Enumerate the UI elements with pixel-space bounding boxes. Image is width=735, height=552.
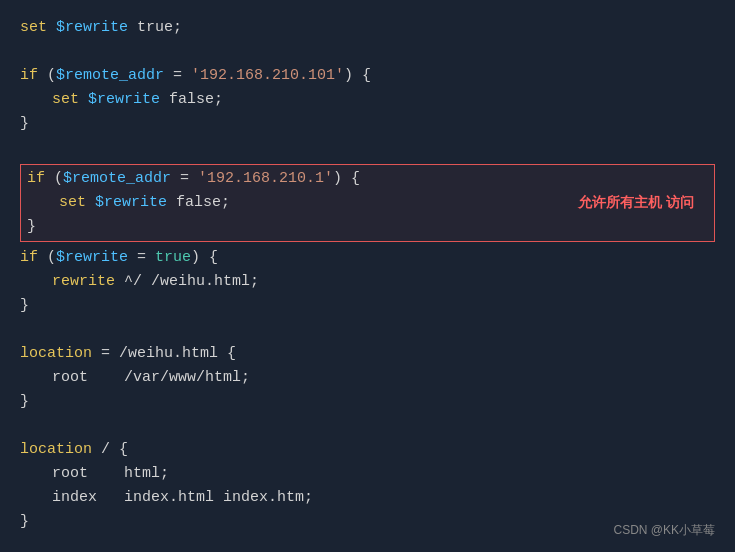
- code-text: =: [164, 64, 191, 88]
- code-text: ) {: [333, 167, 360, 191]
- code-text: root html;: [52, 462, 169, 486]
- watermark-text: CSDN @KK小草莓: [613, 521, 715, 540]
- keyword: set: [52, 88, 88, 112]
- code-line: set $rewrite false;: [59, 191, 514, 215]
- code-block: set $rewrite true; if ($remote_addr = '1…: [0, 0, 735, 550]
- code-line: index index.html index.htm;: [52, 486, 715, 510]
- string: '192.168.210.1': [198, 167, 333, 191]
- keyword: set: [20, 16, 56, 40]
- code-text: }: [20, 294, 29, 318]
- code-text: }: [20, 390, 29, 414]
- code-line: [20, 318, 715, 342]
- code-text: =: [128, 246, 155, 270]
- code-line: }: [20, 390, 715, 414]
- keyword: location: [20, 438, 92, 462]
- keyword: location: [20, 342, 92, 366]
- code-text: (: [47, 64, 56, 88]
- code-text: = /weihu.html {: [92, 342, 236, 366]
- code-line: if ($remote_addr = '192.168.210.1') {: [27, 167, 514, 191]
- code-line: set $rewrite false;: [52, 88, 715, 112]
- variable: $remote_addr: [56, 64, 164, 88]
- code-line: if ($rewrite = true) {: [20, 246, 715, 270]
- keyword: if: [20, 246, 47, 270]
- code-line: }: [27, 215, 514, 239]
- code-line: location = /weihu.html {: [20, 342, 715, 366]
- code-line: }: [20, 510, 715, 534]
- code-text: (: [54, 167, 63, 191]
- code-text: }: [20, 510, 29, 534]
- code-text: }: [27, 215, 36, 239]
- highlighted-code-block: if ($remote_addr = '192.168.210.1') { se…: [20, 164, 715, 242]
- code-line: }: [20, 294, 715, 318]
- string: '192.168.210.101': [191, 64, 344, 88]
- code-text: (: [47, 246, 56, 270]
- keyword: if: [20, 64, 47, 88]
- code-text: root /var/www/html;: [52, 366, 250, 390]
- boolean: true: [155, 246, 191, 270]
- code-line: location / {: [20, 438, 715, 462]
- variable: $rewrite: [88, 88, 160, 112]
- code-text: false;: [160, 88, 223, 112]
- code-text: }: [20, 112, 29, 136]
- variable: $rewrite: [56, 16, 128, 40]
- code-text: false;: [167, 191, 230, 215]
- code-text: true;: [128, 16, 182, 40]
- code-line: rewrite ^/ /weihu.html;: [52, 270, 715, 294]
- code-line: root html;: [52, 462, 715, 486]
- annotation-text: 允许所有主机 访问: [578, 193, 694, 213]
- code-text: =: [171, 167, 198, 191]
- keyword: if: [27, 167, 54, 191]
- keyword: rewrite: [52, 270, 124, 294]
- keyword: set: [59, 191, 95, 215]
- code-line: [20, 136, 715, 160]
- code-text: / {: [92, 438, 128, 462]
- code-line: set $rewrite true;: [20, 16, 715, 40]
- code-line: if ($remote_addr = '192.168.210.101') {: [20, 64, 715, 88]
- variable: $rewrite: [95, 191, 167, 215]
- variable: $remote_addr: [63, 167, 171, 191]
- code-line: [20, 40, 715, 64]
- code-line: [20, 414, 715, 438]
- code-text: index index.html index.htm;: [52, 486, 313, 510]
- code-line: }: [20, 112, 715, 136]
- code-line: root /var/www/html;: [52, 366, 715, 390]
- code-text: ) {: [191, 246, 218, 270]
- code-text: ^/ /weihu.html;: [124, 270, 259, 294]
- variable: $rewrite: [56, 246, 128, 270]
- code-text: ) {: [344, 64, 371, 88]
